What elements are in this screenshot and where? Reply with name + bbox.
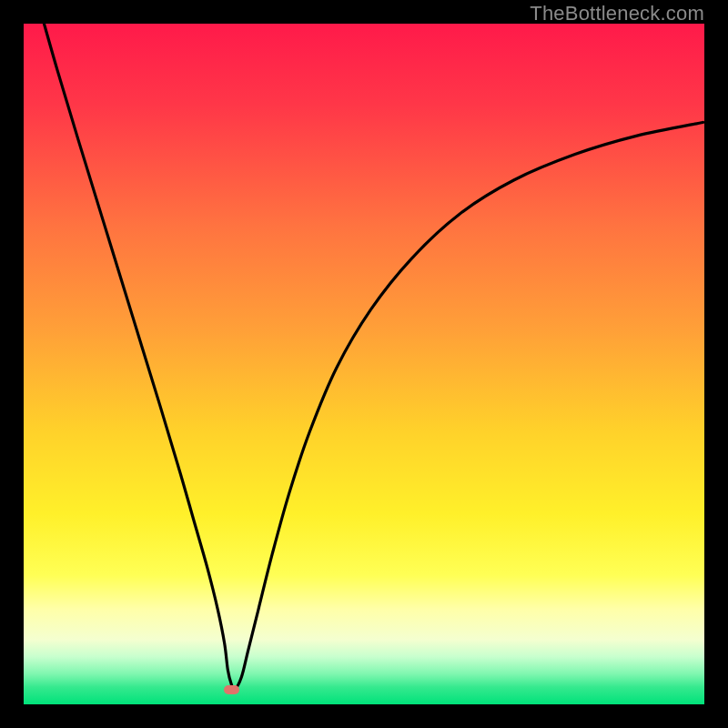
chart-frame: TheBottleneck.com [0,0,728,728]
bottleneck-curve [44,24,703,690]
bottleneck-marker [224,685,239,694]
watermark-text: TheBottleneck.com [530,2,704,25]
plot-area [24,24,704,704]
curve-layer [24,24,704,704]
